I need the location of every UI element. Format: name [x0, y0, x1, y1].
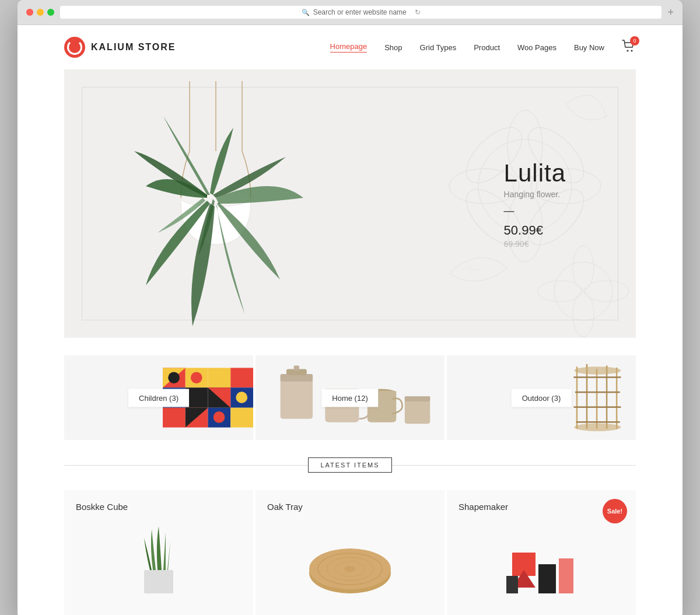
svg-rect-34	[230, 408, 253, 428]
category-grid: Children (3)	[64, 355, 636, 440]
product-boskke-cube[interactable]: Boskke Cube	[64, 490, 253, 615]
address-text: Search or enter website name	[313, 8, 407, 16]
logo-text: KALIUM STORE	[91, 42, 176, 53]
hero-plant	[99, 81, 332, 338]
svg-rect-51	[576, 366, 578, 429]
svg-point-0	[627, 50, 629, 52]
close-button[interactable]	[26, 9, 33, 16]
svg-rect-70	[538, 564, 556, 593]
new-tab-button[interactable]: +	[667, 6, 674, 19]
maximize-button[interactable]	[47, 9, 54, 16]
logo[interactable]: KALIUM STORE	[64, 37, 176, 58]
minimize-button[interactable]	[37, 9, 44, 16]
svg-rect-57	[575, 392, 620, 393]
svg-rect-59	[576, 421, 620, 423]
svg-rect-26	[230, 368, 253, 387]
divider-right	[392, 465, 636, 466]
svg-point-42	[236, 392, 247, 403]
section-divider: LATEST ITEMS	[64, 457, 636, 473]
hero-subtitle: Hanging flower.	[504, 190, 566, 199]
svg-point-13	[573, 246, 594, 290]
category-children[interactable]: Children (3)	[64, 355, 253, 440]
product-oak-tray[interactable]: Oak Tray	[256, 490, 444, 615]
svg-point-68	[344, 566, 356, 572]
svg-rect-45	[281, 374, 313, 382]
product-grid: Boskke Cube Oak Tray	[64, 490, 636, 615]
product-image-oak	[267, 518, 433, 599]
nav-woo-pages[interactable]: Woo Pages	[517, 43, 556, 52]
hero-banner: Lulita Hanging flower. — 50.99€ 69.90€	[64, 69, 636, 338]
svg-point-12	[554, 262, 612, 320]
browser-window: 🔍 Search or enter website name ↻ + KALIU…	[18, 0, 682, 615]
product-shapemaker[interactable]: Sale! Shapemaker	[447, 490, 636, 615]
svg-rect-71	[559, 558, 573, 593]
hero-price-old: 69.90€	[504, 239, 566, 249]
hero-text: Lulita Hanging flower. — 50.99€ 69.90€	[504, 159, 566, 249]
latest-items-label: LATEST ITEMS	[308, 457, 391, 473]
boskke-illustration	[124, 523, 194, 599]
product-image-boskke	[76, 518, 242, 599]
svg-point-39	[191, 372, 202, 383]
svg-point-15	[538, 281, 582, 302]
shapemaker-illustration	[501, 541, 582, 599]
svg-rect-49	[405, 396, 430, 401]
category-outdoor-label: Outdoor (3)	[512, 389, 572, 407]
main-nav: Homepage Shop Grid Types Product Woo Pag…	[330, 40, 636, 55]
product-title-boskke: Boskke Cube	[76, 502, 242, 512]
nav-buy-now[interactable]: Buy Now	[574, 43, 604, 52]
svg-point-16	[584, 281, 629, 302]
traffic-lights	[26, 9, 54, 16]
browser-chrome: 🔍 Search or enter website name ↻ +	[18, 0, 682, 25]
refresh-icon: ↻	[415, 8, 421, 16]
cart-button[interactable]: 0	[622, 40, 636, 55]
svg-point-38	[168, 372, 180, 383]
hero-price: 50.99€	[504, 223, 566, 238]
oak-illustration	[303, 529, 397, 599]
site-header: KALIUM STORE Homepage Shop Grid Types Pr…	[18, 25, 682, 69]
nav-product[interactable]: Product	[474, 43, 500, 52]
svg-rect-47	[294, 366, 299, 371]
category-children-label: Children (3)	[128, 389, 189, 407]
nav-homepage[interactable]: Homepage	[330, 42, 368, 53]
browser-content: KALIUM STORE Homepage Shop Grid Types Pr…	[18, 25, 682, 615]
nav-grid-types[interactable]: Grid Types	[420, 43, 457, 52]
svg-rect-58	[573, 406, 621, 408]
address-bar[interactable]: 🔍 Search or enter website name ↻	[60, 6, 662, 19]
category-home-label: Home (12)	[321, 389, 378, 407]
svg-rect-25	[208, 368, 231, 387]
nav-shop[interactable]: Shop	[384, 43, 402, 52]
product-image-shapemaker	[459, 518, 624, 599]
svg-rect-54	[606, 366, 608, 429]
product-title-shapemaker: Shapemaker	[459, 502, 624, 512]
search-icon: 🔍	[302, 9, 310, 16]
product-title-oak: Oak Tray	[267, 502, 433, 512]
logo-icon	[64, 37, 85, 58]
category-home[interactable]: Home (12)	[256, 355, 444, 440]
sale-badge: Sale!	[603, 499, 627, 523]
svg-point-60	[574, 366, 621, 375]
svg-point-61	[574, 423, 621, 431]
svg-point-14	[573, 292, 594, 337]
svg-point-1	[631, 50, 633, 52]
svg-point-41	[214, 411, 225, 423]
svg-rect-73	[506, 576, 518, 593]
category-outdoor[interactable]: Outdoor (3)	[447, 355, 636, 440]
svg-rect-56	[573, 376, 621, 378]
svg-rect-62	[144, 570, 173, 593]
divider-left	[64, 465, 308, 466]
cart-count: 0	[630, 36, 639, 46]
hero-title: Lulita	[504, 159, 566, 187]
svg-rect-31	[163, 408, 186, 428]
hero-divider: —	[504, 205, 566, 217]
